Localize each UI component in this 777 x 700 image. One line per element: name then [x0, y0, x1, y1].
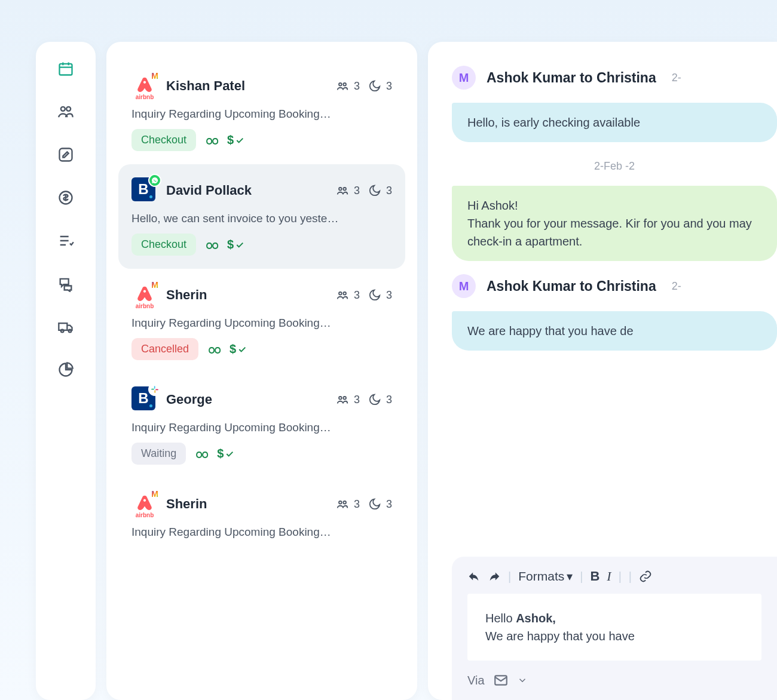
toolbar-separator: | [629, 570, 632, 584]
nav-calendar[interactable] [57, 60, 75, 78]
chat-bubble-outgoing: Hi Ashok!Thank you for your message. Kir… [452, 186, 777, 261]
nav-chat[interactable] [57, 275, 75, 293]
voicemail-icon: ᴏᴏ [195, 447, 207, 461]
source-badge: airbnbM [131, 73, 158, 99]
guest-name: Sherin [166, 287, 328, 303]
nav-pricing[interactable] [57, 189, 75, 207]
source-badge: airbnbM [131, 491, 158, 517]
svg-rect-16 [154, 390, 155, 393]
editor-toolbar: | Formats ▾ | B I | | [467, 569, 761, 584]
slack-icon [148, 383, 161, 396]
toolbar-separator: | [508, 570, 511, 584]
toolbar-separator: | [580, 570, 583, 584]
svg-point-8 [339, 83, 342, 86]
svg-point-18 [339, 397, 342, 400]
chat-bubble-incoming: Hello, is early checking available [452, 103, 777, 142]
svg-point-10 [339, 188, 342, 191]
gmail-icon: M [148, 278, 161, 291]
paid-icon: $ [217, 447, 234, 460]
svg-rect-15 [151, 389, 154, 390]
nav-shipping[interactable] [57, 318, 75, 336]
guest-count: 3 [336, 498, 360, 511]
guest-name: Kishan Patel [166, 78, 328, 94]
chat-from-to: Ashok Kumar to Christina [487, 278, 656, 294]
formats-dropdown[interactable]: Formats ▾ [518, 569, 573, 584]
compose-name: Ashok, [516, 612, 556, 625]
paid-icon: $ [227, 133, 244, 147]
undo-button[interactable] [467, 570, 481, 583]
status-pill: Cancelled [131, 338, 198, 360]
inbox-list: airbnbM Kishan Patel 3 3 Inquiry Regardi… [106, 42, 417, 700]
guest-name: Sherin [166, 496, 328, 512]
message-preview: Hello, we can sent invoice to you yeste… [131, 212, 392, 225]
voicemail-icon: ᴏᴏ [206, 238, 218, 252]
svg-point-11 [343, 188, 346, 191]
compose-greeting: Hello [485, 612, 516, 625]
nav-reports[interactable] [57, 361, 75, 379]
mail-icon [493, 673, 509, 688]
guest-name: George [166, 392, 328, 407]
svg-point-19 [343, 397, 346, 400]
voicemail-icon: ᴏᴏ [206, 133, 218, 148]
bold-button[interactable]: B [590, 569, 599, 584]
message-preview: Inquiry Regarding Upcoming Booking… [131, 317, 392, 330]
inbox-item[interactable]: B George 3 3 Inquiry Regarding Upcoming … [118, 373, 405, 478]
compose-body-text: We are happy that you have [485, 630, 635, 643]
link-button[interactable] [639, 570, 652, 583]
svg-point-2 [66, 107, 71, 111]
chat-time: 2- [672, 72, 681, 84]
message-preview: Inquiry Regarding Upcoming Booking… [131, 108, 392, 121]
paid-icon: $ [230, 342, 247, 356]
message-preview: Inquiry Regarding Upcoming Booking… [131, 421, 392, 434]
via-label: Via [467, 674, 485, 687]
nav-tasks[interactable] [57, 232, 75, 250]
paid-icon: $ [227, 238, 244, 251]
chat-time: 2- [672, 280, 681, 293]
gmail-icon: M [148, 487, 161, 501]
via-selector[interactable]: Via [467, 673, 761, 688]
guest-count: 3 [336, 79, 360, 93]
status-pill: Waiting [131, 443, 186, 465]
gmail-icon: M [148, 69, 161, 82]
night-count: 3 [368, 498, 392, 511]
redo-button[interactable] [488, 570, 501, 583]
chat-from-to: Ashok Kumar to Christina [487, 70, 656, 86]
nav-edit[interactable] [57, 146, 75, 164]
guest-count: 3 [336, 393, 360, 406]
chat-panel: M Ashok Kumar to Christina 2- Hello, is … [428, 42, 777, 700]
inbox-item[interactable]: B David Pollack 3 3 Hello, we can sent i… [118, 164, 405, 269]
italic-button[interactable]: I [607, 569, 611, 584]
guest-count: 3 [336, 184, 360, 197]
whatsapp-icon [148, 174, 161, 187]
night-count: 3 [368, 79, 392, 93]
source-badge: airbnbM [131, 282, 158, 308]
avatar: M [452, 66, 476, 90]
source-badge: B [131, 177, 158, 204]
nav-guests[interactable] [57, 103, 75, 121]
source-badge: B [131, 386, 158, 413]
svg-point-20 [339, 501, 342, 504]
status-pill: Checkout [131, 129, 196, 151]
guest-count: 3 [336, 288, 360, 302]
date-separator: 2-Feb -2 [452, 160, 777, 173]
composer: | Formats ▾ | B I | | Hello Ashok, We ar… [452, 557, 777, 700]
compose-textarea[interactable]: Hello Ashok, We are happy that you have [467, 594, 761, 661]
inbox-item[interactable]: airbnbM Sherin 3 3 Inquiry Regarding Upc… [118, 269, 405, 373]
status-pill: Checkout [131, 234, 196, 256]
toolbar-separator: | [619, 570, 622, 584]
night-count: 3 [368, 393, 392, 406]
chevron-down-icon [517, 675, 528, 686]
nav-rail [36, 42, 96, 700]
avatar: M [452, 274, 476, 298]
svg-point-1 [61, 107, 65, 111]
svg-rect-14 [154, 386, 155, 389]
chat-bubble-incoming: We are happy that you have de [452, 311, 777, 351]
night-count: 3 [368, 184, 392, 197]
inbox-item[interactable]: airbnbM Sherin 3 3 Inquiry Regarding Upc… [118, 478, 405, 552]
svg-rect-0 [60, 64, 72, 75]
svg-point-13 [343, 292, 346, 295]
inbox-item[interactable]: airbnbM Kishan Patel 3 3 Inquiry Regardi… [118, 60, 405, 164]
chat-header-2: M Ashok Kumar to Christina 2- [452, 274, 777, 298]
svg-rect-3 [60, 149, 72, 161]
svg-point-12 [339, 292, 342, 295]
